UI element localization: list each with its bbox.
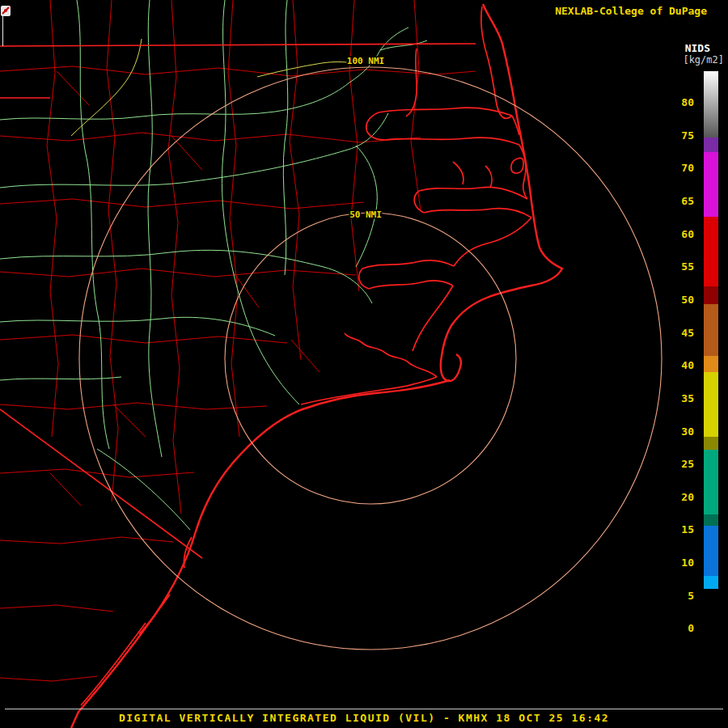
- range-ring-100nmi: [79, 67, 662, 650]
- colorbar-tick-label: 10: [665, 557, 694, 569]
- colorbar-segment: [704, 152, 718, 217]
- coastline: [71, 4, 562, 728]
- colorbar-tick-label: 75: [665, 129, 694, 142]
- colorbar-tick-label: 5: [665, 590, 694, 603]
- colorbar-segment: [704, 526, 718, 576]
- colorbar-segment: [704, 450, 718, 514]
- colorbar-tick-label: 50: [665, 294, 694, 307]
- colorbar-segment: [704, 71, 718, 138]
- colorbar: [704, 71, 718, 647]
- nexlab-logo-icon: [0, 4, 12, 17]
- colorbar-tick-label: 35: [665, 392, 694, 405]
- product-title: DIGITAL VERTICALLY INTEGRATED LIQUID (VI…: [0, 712, 728, 724]
- colorbar-tick-label: 40: [665, 359, 694, 372]
- range-rings: [79, 67, 662, 650]
- colorbar-tick-label: 20: [665, 491, 694, 504]
- colorbar-tick-label: 65: [665, 195, 694, 208]
- colorbar-tick-label: 30: [665, 425, 694, 438]
- colorbar-tick-label: 70: [665, 162, 694, 175]
- colorbar-tick-label: 15: [665, 523, 694, 536]
- radar-display: 100 NMI 50 NMI NEXLAB-College of DuPage …: [0, 0, 728, 728]
- colorbar-segment: [704, 217, 718, 286]
- range-ring-label-50: 50 NMI: [349, 210, 382, 220]
- radar-map: 100 NMI 50 NMI: [0, 0, 728, 728]
- colorbar-segment: [704, 589, 718, 647]
- colorbar-tick-label: 25: [665, 458, 694, 471]
- colorbar-segment: [704, 286, 718, 304]
- colorbar-tick-label: 0: [665, 622, 694, 635]
- county-boundaries: [0, 0, 476, 681]
- colorbar-segment: [704, 576, 718, 589]
- colorbar-tick-label: 80: [665, 96, 694, 109]
- colorbar-segment: [704, 304, 718, 356]
- colorbar-tick-label: 45: [665, 327, 694, 340]
- range-ring-50nmi: [225, 213, 516, 504]
- range-ring-label-100: 100 NMI: [347, 56, 384, 66]
- colorbar-tick-label: 55: [665, 260, 694, 273]
- colorbar-segment: [704, 514, 718, 526]
- colorbar-segment: [704, 372, 718, 437]
- colorbar-tick-label: 60: [665, 228, 694, 241]
- colorbar-segment: [704, 437, 718, 450]
- footer-divider: [5, 709, 723, 709]
- state-borders: [0, 44, 476, 558]
- colorbar-segment: [704, 138, 718, 152]
- colorbar-ticks: 80757065605550454035302520151050: [665, 0, 694, 728]
- colorbar-segment: [704, 356, 718, 372]
